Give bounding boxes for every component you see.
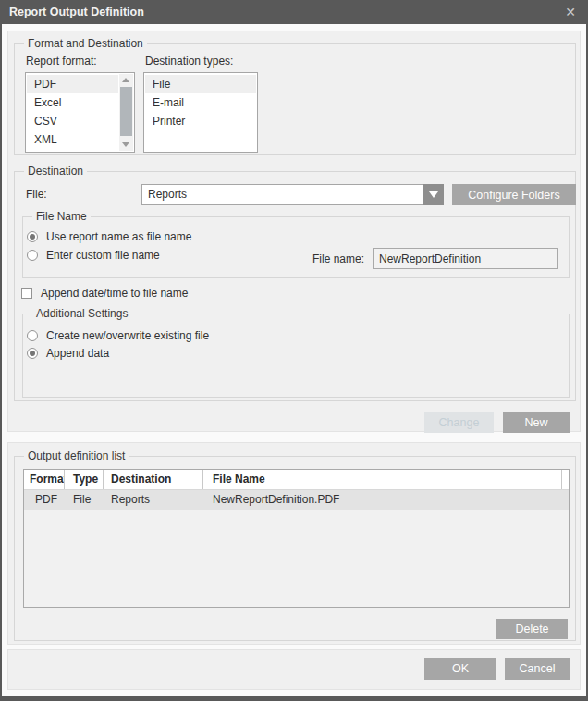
report-format-listbox[interactable]: PDF Excel CSV XML: [25, 72, 135, 153]
delete-button[interactable]: Delete: [496, 619, 568, 639]
table-header-row: Format Type Destination File Name: [24, 470, 569, 490]
column-header-type[interactable]: Type: [65, 470, 104, 489]
scroll-down-icon[interactable]: [122, 142, 129, 147]
list-item-xml[interactable]: XML: [27, 130, 118, 149]
file-name-label: File name:: [312, 252, 364, 265]
destination-group: Destination File: Reports Configure Fold…: [14, 171, 576, 401]
checkbox-unchecked-icon[interactable]: [21, 288, 32, 299]
radio-unselected-icon[interactable]: [27, 330, 38, 341]
close-icon: ✕: [565, 5, 576, 19]
ok-button[interactable]: OK: [424, 658, 496, 680]
append-datetime-checkbox-row[interactable]: Append date/time to file name: [21, 287, 188, 300]
group-label: Output definition list: [24, 449, 129, 462]
list-item-email[interactable]: E-mail: [145, 93, 256, 112]
radio-append-data[interactable]: Append data: [27, 347, 109, 360]
dialog-title: Report Output Definition: [9, 0, 144, 24]
additional-settings-group: Additional Settings Create new/overwrite…: [22, 314, 570, 398]
dialog-body: Format and Destination Report format: De…: [2, 24, 586, 696]
output-definition-panel: Output definition list Format Type Desti…: [7, 442, 581, 645]
checkbox-label: Append date/time to file name: [41, 287, 188, 300]
radio-selected-icon[interactable]: [27, 348, 38, 359]
radio-enter-custom-name[interactable]: Enter custom file name: [27, 249, 160, 262]
file-name-group: File Name Use report name as file name E…: [22, 216, 570, 278]
radio-create-new-overwrite[interactable]: Create new/overwrite existing file: [27, 329, 209, 342]
destination-types-label: Destination types:: [145, 55, 233, 68]
group-label: Destination: [24, 165, 87, 178]
title-bar[interactable]: Report Output Definition ✕: [0, 0, 588, 24]
format-destination-panel: Format and Destination Report format: De…: [7, 31, 581, 432]
column-header-filler: [562, 470, 569, 489]
cell-format: PDF: [24, 490, 65, 510]
cancel-button[interactable]: Cancel: [505, 658, 570, 680]
list-item-printer[interactable]: Printer: [145, 112, 256, 130]
radio-label: Create new/overwrite existing file: [46, 329, 209, 342]
list-item-file[interactable]: File: [145, 75, 256, 93]
group-label: Format and Destination: [24, 37, 147, 50]
cell-destination: Reports: [104, 490, 203, 510]
table-row[interactable]: PDF File Reports NewReportDefinition.PDF: [24, 490, 569, 510]
change-button[interactable]: Change: [424, 412, 494, 433]
destination-type-items: File E-mail Printer: [145, 75, 256, 130]
radio-label: Append data: [46, 347, 109, 360]
radio-label: Enter custom file name: [46, 249, 160, 262]
combobox-dropdown-button[interactable]: [423, 184, 444, 205]
radio-label: Use report name as file name: [46, 230, 191, 243]
list-item-csv[interactable]: CSV: [27, 112, 118, 130]
file-destination-combobox[interactable]: Reports: [141, 184, 444, 205]
scrollbar-thumb[interactable]: [120, 87, 132, 136]
report-format-label: Report format:: [26, 55, 97, 68]
radio-unselected-icon[interactable]: [27, 250, 38, 261]
format-and-destination-group: Format and Destination Report format: De…: [14, 43, 576, 155]
new-button[interactable]: New: [503, 412, 570, 433]
cell-filler: [562, 490, 569, 510]
combobox-value[interactable]: Reports: [141, 184, 423, 205]
cell-type: File: [65, 490, 104, 510]
file-name-input[interactable]: [373, 248, 558, 269]
report-output-definition-dialog: Report Output Definition ✕ Format and De…: [0, 0, 588, 701]
output-definition-table: Format Type Destination File Name PDF Fi…: [23, 469, 570, 608]
cell-file-name: NewReportDefinition.PDF: [203, 490, 562, 510]
column-header-file-name[interactable]: File Name: [203, 470, 562, 489]
output-definition-list-group: Output definition list Format Type Desti…: [14, 456, 576, 641]
radio-use-report-name[interactable]: Use report name as file name: [27, 230, 191, 243]
chevron-down-icon: [429, 191, 438, 198]
report-format-items: PDF Excel CSV XML: [27, 75, 118, 149]
group-label: Additional Settings: [32, 307, 131, 320]
footer-panel: OK Cancel: [7, 649, 581, 690]
report-format-scrollbar[interactable]: [119, 74, 133, 151]
configure-folders-button[interactable]: Configure Folders: [452, 184, 576, 205]
scroll-up-icon[interactable]: [122, 78, 129, 82]
group-label: File Name: [32, 210, 91, 223]
list-item-excel[interactable]: Excel: [27, 93, 118, 112]
radio-selected-icon[interactable]: [27, 231, 38, 242]
file-label: File:: [26, 188, 47, 201]
destination-types-listbox[interactable]: File E-mail Printer: [143, 72, 258, 153]
column-header-destination[interactable]: Destination: [104, 470, 203, 489]
list-item-pdf[interactable]: PDF: [27, 75, 118, 93]
column-header-format[interactable]: Format: [24, 470, 65, 489]
close-button[interactable]: ✕: [557, 0, 584, 24]
